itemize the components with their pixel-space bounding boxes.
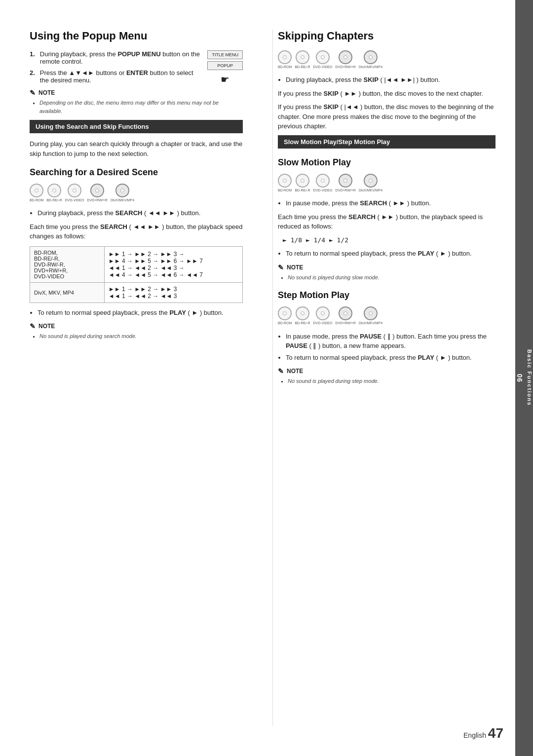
title-menu-button: TITLE MENU [207, 50, 243, 59]
note-3-title: NOTE [287, 264, 303, 271]
disc-dvd-video: DVD-VIDEO [65, 184, 84, 202]
pause-bold-2: PAUSE [286, 342, 307, 349]
step-bullets: In pause mode, press the PAUSE ( ‖ ) but… [278, 332, 495, 363]
search-speed-table: BD-ROM,BD-RE/-R,DVD-RW/-R,DVD+RW/+R,DVD-… [30, 246, 243, 303]
note-4: ✎ NOTE No sound is played during step mo… [278, 367, 495, 385]
slow-motion-title: Slow Motion Play [278, 157, 495, 168]
step-motion-title: Step Motion Play [278, 290, 495, 301]
slow-disc-circle-5 [364, 174, 378, 188]
skip-disc-inner-2 [301, 55, 305, 59]
slow-disc-label-4: DVD+RW/+R [335, 189, 356, 192]
step-bullet-1: In pause mode, press the PAUSE ( ‖ ) but… [286, 332, 495, 351]
step-disc-4: DVD+RW/+R [335, 306, 356, 325]
skip-disc-inner-3 [321, 55, 325, 59]
step-disc-label-3: DVD-VIDEO [313, 321, 333, 325]
slow-bullet-1: In pause mode, press the SEARCH ( ►► ) b… [286, 198, 495, 208]
disc-dvd-rw-r: DVD+RW/+R [87, 184, 108, 202]
note-1-list: Depending on the disc, the menu items ma… [30, 99, 243, 115]
table-cell-speed-2: ►► 1 → ►► 2 → ►► 3 ◄◄ 1 → ◄◄ 2 → ◄◄ 3 [104, 282, 242, 302]
table-cell-speed-1: ►► 1 → ►► 2 → ►► 3 → ►► 4 → ►► 5 → ►► 6 … [104, 246, 242, 282]
search-bold-1: SEARCH [115, 209, 143, 217]
table-row-2: DivX, MKV, MP4 ►► 1 → ►► 2 → ►► 3 ◄◄ 1 →… [30, 282, 243, 302]
step-disc-5: DivX/MKV/MP4 [359, 306, 382, 325]
skip-disc-inner-4 [343, 55, 347, 59]
step-1-content: During playback, press the POPUP MENU bu… [40, 50, 203, 65]
page-footer: English 47 [463, 725, 503, 741]
table-row-1: BD-ROM,BD-RE/-R,DVD-RW/-R,DVD+RW/+R,DVD-… [30, 246, 243, 282]
table-cell-disc-2: DivX, MKV, MP4 [30, 282, 105, 302]
skip-disc-1: BD-ROM [278, 50, 292, 69]
step-disc-inner-5 [369, 311, 373, 315]
skip-bold-1: SKIP [364, 76, 379, 83]
disc-icons-step: BD-ROM BD-RE/-R DVD-VIDEO [278, 306, 495, 325]
search-return-bullets: To return to normal speed playback, pres… [30, 308, 243, 318]
step-disc-circle-5 [364, 306, 378, 320]
step-disc-label-4: DVD+RW/+R [335, 321, 356, 325]
slow-bullets: In pause mode, press the SEARCH ( ►► ) b… [278, 198, 495, 208]
step-disc-circle-2 [296, 306, 309, 320]
step-disc-2: BD-RE/-R [295, 306, 310, 325]
right-column: Skipping Chapters BD-ROM BD-RE/-R [272, 30, 495, 726]
hand-icon: ☛ [207, 72, 243, 87]
step-disc-inner-1 [283, 311, 287, 315]
step-bullet-2: To return to normal speed playback, pres… [286, 353, 495, 363]
skip-disc-inner-5 [369, 55, 373, 59]
slow-return-bullet: To return to normal speed playback, pres… [286, 249, 495, 259]
note-4-item-1: No sound is played during step mode. [288, 377, 495, 385]
search-each-bold: SEARCH [100, 223, 127, 230]
slow-search-bold: SEARCH [360, 199, 387, 207]
page-number: 47 [488, 725, 503, 741]
note-pencil-icon-3: ✎ [278, 264, 284, 271]
disc-circle-1 [30, 184, 43, 197]
disc-icons-skip: BD-ROM BD-RE/-R DVD-VIDEO [278, 50, 495, 69]
popup-button-label: POPUP [207, 61, 243, 70]
slow-disc-circle-2 [296, 174, 309, 188]
slow-disc-inner-1 [283, 179, 287, 183]
slow-disc-circle-3 [316, 174, 330, 188]
note-1-label: ✎ NOTE [30, 89, 202, 97]
step1-bold: POPUP MENU [117, 50, 160, 58]
search-skip-bar: Using the Search and Skip Functions [30, 120, 243, 133]
note-1-item-1: Depending on the disc, the menu items ma… [39, 99, 243, 115]
skip-bullets: During playback, press the SKIP ( |◄◄ ►►… [278, 75, 495, 85]
slow-disc-5: DivX/MKV/MP4 [359, 174, 382, 192]
searching-scene-title: Searching for a Desired Scene [30, 167, 243, 178]
slow-each-text: Each time you press the SEARCH ( ►► ) bu… [278, 212, 495, 231]
skip-disc-label-1: BD-ROM [278, 65, 292, 69]
step-disc-label-5: DivX/MKV/MP4 [359, 321, 382, 325]
skip-disc-4: DVD+RW/+R [335, 50, 356, 69]
note-3-list: No sound is played during slow mode. [278, 273, 495, 282]
slow-return-bullets: To return to normal speed playback, pres… [278, 249, 495, 259]
page-lang: English [463, 731, 486, 739]
step-disc-1: BD-ROM [278, 306, 292, 325]
step-disc-circle-4 [339, 306, 352, 320]
disc-circle-2 [47, 184, 61, 197]
step2-bold: ENTER [126, 69, 148, 76]
skip-disc-label-4: DVD+RW/+R [335, 65, 356, 69]
skip-disc-3: DVD-VIDEO [313, 50, 333, 69]
disc-circle-4 [90, 184, 104, 197]
disc-inner-4 [95, 189, 99, 192]
slow-search-bold-2: SEARCH [348, 213, 376, 221]
disc-label-1: BD-ROM [30, 198, 43, 202]
skip-intro-text: During play, you can search quickly thro… [30, 139, 243, 158]
skip-disc-label-2: BD-RE/-R [295, 65, 310, 69]
chapter-sidebar-tab: 06 Basic Functions [515, 0, 533, 756]
disc-icons-search: BD-ROM BD-RE/-R DVD-VIDEO [30, 184, 243, 202]
slow-disc-inner-4 [343, 179, 347, 183]
popup-button-diagram: TITLE MENU POPUP ☛ [207, 50, 243, 87]
slow-disc-inner-3 [321, 179, 325, 183]
sidebar-tab-content: 06 Basic Functions [516, 350, 533, 407]
table-cell-disc-1: BD-ROM,BD-RE/-R,DVD-RW/-R,DVD+RW/+R,DVD-… [30, 246, 105, 282]
skip-disc-circle-5 [364, 50, 378, 64]
step-number-1: 1. [30, 50, 35, 65]
step-disc-label-2: BD-RE/-R [295, 321, 310, 325]
slow-disc-circle-4 [339, 174, 352, 188]
skip-disc-circle-4 [339, 50, 352, 64]
note-pencil-icon-2: ✎ [30, 322, 36, 330]
chapter-label: Basic Functions [527, 350, 533, 407]
play-bold-2: PLAY [418, 250, 434, 257]
step-disc-inner-2 [301, 311, 305, 315]
disc-label-2: BD-RE/-R [46, 198, 62, 202]
disc-inner-5 [120, 189, 124, 192]
